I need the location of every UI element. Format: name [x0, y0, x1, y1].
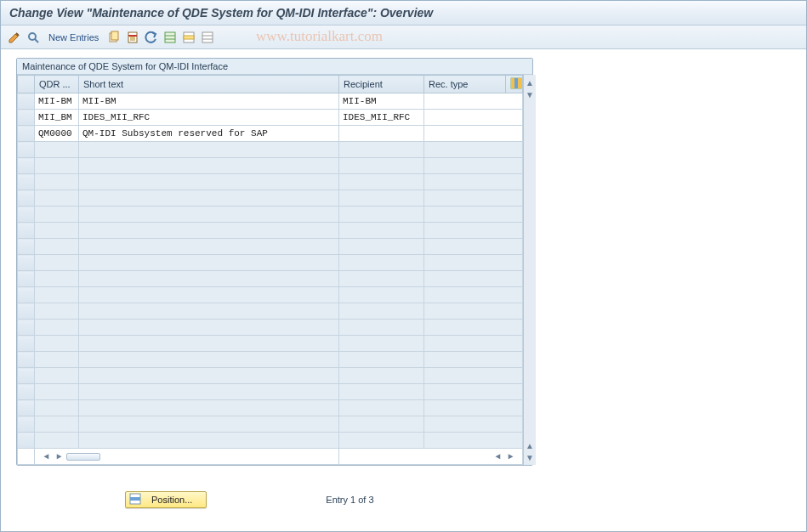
column-recipient[interactable]: Recipient: [339, 76, 424, 93]
svg-rect-3: [111, 31, 118, 40]
cell-short_text[interactable]: QM-IDI Subsystem reserved for SAP: [79, 126, 339, 142]
cell-qdr: [35, 271, 79, 287]
row-selector[interactable]: [18, 158, 35, 174]
copy-icon[interactable]: [107, 31, 121, 44]
scroll-down-icon[interactable]: ▼: [524, 88, 536, 100]
delete-icon[interactable]: [126, 31, 139, 44]
table-row: [18, 223, 523, 239]
cell-rec_type: [424, 320, 523, 336]
cell-recipient[interactable]: MII-BM: [339, 93, 424, 110]
row-selector[interactable]: [18, 352, 35, 368]
cell-rec_type[interactable]: [424, 126, 523, 142]
cell-short_text: [79, 190, 339, 207]
row-selector[interactable]: [18, 320, 35, 336]
cell-qdr: [35, 320, 79, 336]
row-selector[interactable]: [18, 287, 35, 303]
row-selector[interactable]: [18, 416, 35, 433]
table-row: MII-BMMII-BMMII-BM: [18, 93, 523, 110]
row-selector[interactable]: [18, 126, 35, 142]
row-selector[interactable]: [18, 174, 35, 190]
cell-short_text[interactable]: MII-BM: [79, 93, 339, 110]
cell-recipient: [339, 287, 424, 303]
horizontal-scrollbar-right[interactable]: ◄ ►: [343, 451, 519, 462]
cell-short_text: [79, 223, 339, 239]
row-selector[interactable]: [18, 336, 35, 352]
grid-caption: Maintenance of QDE System for QM-IDI Int…: [17, 59, 532, 75]
row-selector[interactable]: [18, 190, 35, 207]
cell-short_text: [79, 287, 339, 303]
cell-recipient[interactable]: IDES_MII_RFC: [339, 110, 424, 126]
svg-rect-17: [514, 78, 518, 88]
cell-rec_type: [424, 158, 523, 174]
cell-qdr[interactable]: MII_BM: [35, 110, 79, 126]
cell-rec_type: [424, 239, 523, 255]
column-rec-type[interactable]: Rec. type: [424, 76, 506, 93]
cell-short_text[interactable]: IDES_MII_RFC: [79, 110, 339, 126]
row-selector[interactable]: [18, 223, 35, 239]
row-selector[interactable]: [18, 93, 35, 110]
cell-rec_type[interactable]: [424, 93, 523, 110]
cell-rec_type: [424, 303, 523, 320]
scroll-left-icon[interactable]: ◄: [492, 451, 503, 462]
table-row: MII_BMIDES_MII_RFCIDES_MII_RFC: [18, 110, 523, 126]
scroll-down-icon[interactable]: ▼: [524, 451, 536, 463]
cell-rec_type: [424, 352, 523, 368]
cell-rec_type: [424, 287, 523, 303]
row-selector[interactable]: [18, 303, 35, 320]
column-row-selector[interactable]: [18, 76, 35, 93]
page-title: Change View "Maintenance of QDE System f…: [9, 6, 798, 20]
cell-recipient: [339, 239, 424, 255]
cell-short_text: [79, 400, 339, 416]
row-selector[interactable]: [18, 239, 35, 255]
cell-rec_type[interactable]: [424, 110, 523, 126]
configure-columns-button[interactable]: [506, 76, 523, 93]
row-selector[interactable]: [18, 400, 35, 416]
cell-qdr: [35, 433, 79, 449]
cell-short_text: [79, 207, 339, 223]
row-selector[interactable]: [18, 271, 35, 287]
cell-recipient: [339, 142, 424, 158]
select-block-icon[interactable]: [182, 31, 196, 44]
position-button[interactable]: Position...: [125, 491, 207, 508]
cell-rec_type: [424, 384, 523, 400]
scroll-thumb[interactable]: [66, 453, 100, 461]
row-selector[interactable]: [18, 255, 35, 271]
cell-short_text: [79, 239, 339, 255]
other-view-icon[interactable]: [26, 31, 40, 44]
row-selector[interactable]: [18, 433, 35, 449]
table-row: [18, 336, 523, 352]
scroll-up-icon[interactable]: ▲: [524, 439, 536, 451]
change-display-icon[interactable]: [8, 31, 21, 44]
cell-recipient[interactable]: [339, 126, 424, 142]
row-selector[interactable]: [18, 207, 35, 223]
position-label: Position...: [151, 495, 192, 505]
vertical-scrollbar[interactable]: ▲ ▼ ▲ ▼: [523, 75, 536, 465]
scroll-left-icon[interactable]: ◄: [41, 451, 52, 462]
cell-recipient: [339, 303, 424, 320]
row-selector[interactable]: [18, 384, 35, 400]
cell-qdr: [35, 368, 79, 384]
cell-qdr: [35, 158, 79, 174]
cell-recipient: [339, 271, 424, 287]
column-qdr[interactable]: QDR ...: [35, 76, 79, 93]
cell-qdr[interactable]: QM0000: [35, 126, 79, 142]
cell-qdr[interactable]: MII-BM: [35, 93, 79, 110]
column-short-text[interactable]: Short text: [79, 76, 339, 93]
table-row: [18, 190, 523, 207]
cell-recipient: [339, 368, 424, 384]
table-row: [18, 255, 523, 271]
row-selector[interactable]: [18, 142, 35, 158]
scroll-up-icon[interactable]: ▲: [524, 76, 536, 88]
undo-icon[interactable]: [145, 31, 158, 44]
scroll-right-icon[interactable]: ►: [505, 451, 516, 462]
row-selector[interactable]: [18, 368, 35, 384]
row-selector[interactable]: [18, 110, 35, 126]
cell-recipient: [339, 320, 424, 336]
select-all-icon[interactable]: [163, 31, 177, 44]
deselect-all-icon[interactable]: [201, 31, 214, 44]
new-entries-button[interactable]: New Entries: [45, 32, 102, 42]
horizontal-scrollbar-left[interactable]: ◄ ►: [38, 451, 335, 462]
scroll-right-icon[interactable]: ►: [54, 451, 65, 462]
table-row: [18, 174, 523, 190]
table-row: [18, 433, 523, 449]
